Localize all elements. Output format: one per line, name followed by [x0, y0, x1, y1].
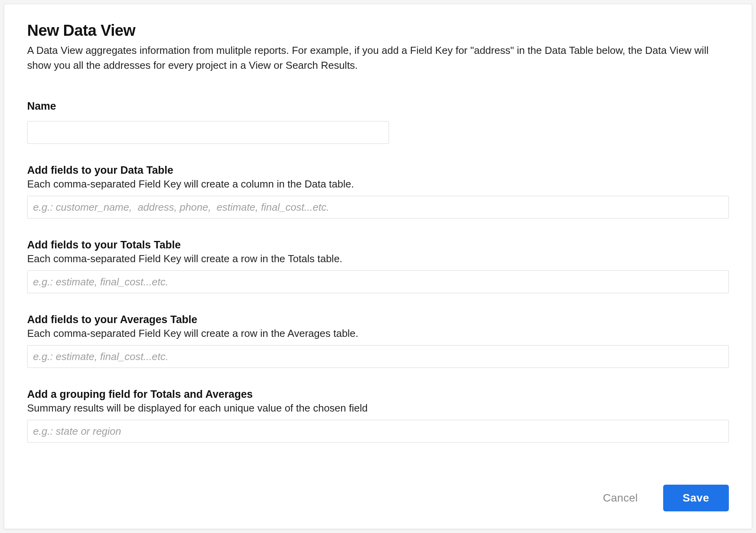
page-subtitle: A Data View aggregates information from … [27, 43, 719, 73]
totals-table-help: Each comma-separated Field Key will crea… [27, 253, 729, 265]
page-title: New Data View [27, 22, 729, 39]
totals-table-field-block: Add fields to your Totals Table Each com… [27, 239, 729, 293]
data-table-field-block: Add fields to your Data Table Each comma… [27, 164, 729, 219]
name-input[interactable] [27, 121, 389, 144]
grouping-help: Summary results will be displayed for ea… [27, 402, 729, 414]
averages-table-help: Each comma-separated Field Key will crea… [27, 327, 729, 340]
new-data-view-dialog: New Data View A Data View aggregates inf… [4, 4, 752, 529]
averages-table-label: Add fields to your Averages Table [27, 314, 729, 326]
grouping-label: Add a grouping field for Totals and Aver… [27, 388, 729, 401]
totals-table-fields-input[interactable] [27, 270, 729, 293]
cancel-button[interactable]: Cancel [599, 489, 642, 507]
data-table-label: Add fields to your Data Table [27, 164, 729, 176]
name-label: Name [27, 100, 729, 112]
averages-table-fields-input[interactable] [27, 345, 729, 368]
save-button[interactable]: Save [663, 485, 729, 511]
averages-table-field-block: Add fields to your Averages Table Each c… [27, 314, 729, 368]
data-table-fields-input[interactable] [27, 196, 729, 219]
grouping-field-block: Add a grouping field for Totals and Aver… [27, 388, 729, 443]
name-field-block: Name [27, 100, 729, 144]
dialog-footer: Cancel Save [599, 485, 729, 511]
data-table-help: Each comma-separated Field Key will crea… [27, 178, 729, 190]
totals-table-label: Add fields to your Totals Table [27, 239, 729, 251]
grouping-field-input[interactable] [27, 420, 729, 443]
